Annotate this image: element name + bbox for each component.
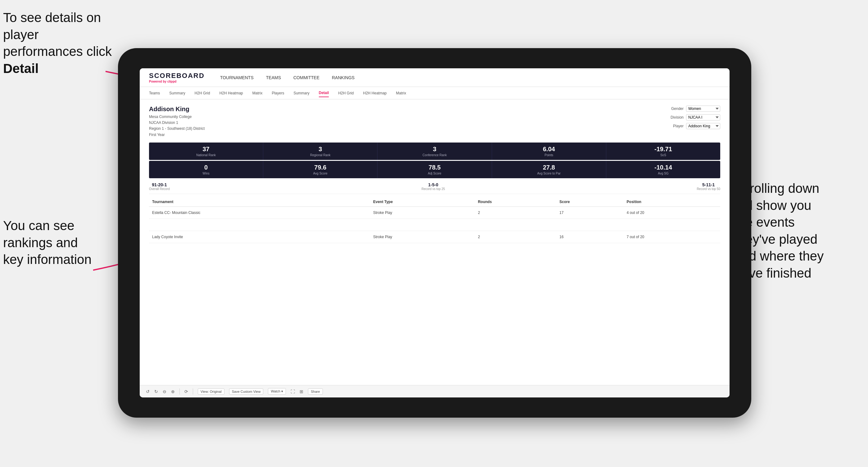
player-controls: Gender Women Division NJCAA I Player bbox=[671, 105, 720, 138]
table-row: Estella CC- Mountain Classic Stroke Play… bbox=[149, 207, 720, 219]
bottom-toolbar: ↺ ↻ ⊖ ⊕ ⟳ View: Original Save Custom Vie… bbox=[140, 385, 730, 398]
toolbar-sep2 bbox=[193, 388, 193, 395]
annotation-right: Scrolling down will show you the events … bbox=[735, 180, 865, 282]
col-event-type: Event Type bbox=[370, 197, 475, 207]
grid-icon[interactable]: ⊞ bbox=[300, 389, 303, 394]
record-overall-label: Overall Record bbox=[149, 187, 170, 191]
stats-grid-row2: 0 Wins 79.6 Avg Score 78.5 Adj Score 27.… bbox=[149, 161, 720, 178]
zoom-out-icon[interactable]: ⊖ bbox=[163, 389, 166, 394]
gender-select[interactable]: Women bbox=[686, 105, 720, 112]
table-header: Tournament Event Type Rounds Score Posit… bbox=[149, 197, 720, 207]
subnav-h2h-heatmap[interactable]: H2H Heatmap bbox=[219, 89, 243, 97]
stat-regional-rank-value: 3 bbox=[265, 146, 375, 153]
stat-wins-label: Wins bbox=[151, 172, 261, 175]
player-region: Region 1 - Southwest (18) District bbox=[149, 126, 205, 131]
player-header: Addison King Mesa Community College NJCA… bbox=[149, 105, 720, 138]
subnav-detail[interactable]: Detail bbox=[319, 89, 329, 97]
undo-icon[interactable]: ↺ bbox=[146, 389, 150, 394]
gender-control: Gender Women bbox=[671, 105, 720, 112]
division-select[interactable]: NJCAA I bbox=[686, 114, 720, 121]
stat-wins-value: 0 bbox=[151, 164, 261, 171]
refresh-icon[interactable]: ⟳ bbox=[184, 389, 188, 394]
subnav-players[interactable]: Players bbox=[272, 89, 284, 97]
stat-conference-rank-value: 3 bbox=[379, 146, 490, 153]
table-row: Lady Coyote Invite Stroke Play 2 16 7 ou… bbox=[149, 231, 720, 243]
subnav-matrix[interactable]: Matrix bbox=[252, 89, 262, 97]
stat-points: 6.04 Points bbox=[492, 143, 606, 160]
record-top25: 1-5-0 Record vs top 25 bbox=[422, 182, 445, 191]
player-control: Player Addison King bbox=[673, 123, 720, 129]
stat-avg-score: 79.6 Avg Score bbox=[263, 161, 377, 178]
stat-avg-score-value: 79.6 bbox=[265, 164, 375, 171]
record-overall: 91-20-1 Overall Record bbox=[149, 182, 170, 191]
player-select[interactable]: Addison King bbox=[686, 123, 720, 129]
stat-avg-score-label: Avg Score bbox=[265, 172, 375, 175]
nav-teams[interactable]: TEAMS bbox=[266, 73, 281, 82]
stat-avg-score-par: 27.8 Avg Score to Par bbox=[492, 161, 606, 178]
stat-avg-sg: -10.14 Avg SG bbox=[606, 161, 720, 178]
stat-national-rank-value: 37 bbox=[151, 146, 261, 153]
stat-regional-rank-label: Regional Rank bbox=[265, 153, 375, 157]
row2-tournament bbox=[149, 219, 370, 231]
stat-avg-score-par-label: Avg Score to Par bbox=[494, 172, 604, 175]
division-control: Division NJCAA I bbox=[671, 114, 720, 121]
stat-adj-score: 78.5 Adj Score bbox=[377, 161, 492, 178]
redo-icon[interactable]: ↻ bbox=[154, 389, 158, 394]
logo-area: SCOREBOARD Powered by clippd bbox=[149, 72, 205, 83]
save-custom-view-btn[interactable]: Save Custom View bbox=[229, 388, 264, 395]
row1-event-type: Stroke Play bbox=[370, 207, 475, 219]
row3-event-type: Stroke Play bbox=[370, 231, 475, 243]
stats-grid-row1: 37 National Rank 3 Regional Rank 3 Confe… bbox=[149, 143, 720, 160]
logo-powered: Powered by clippd bbox=[149, 80, 205, 83]
subnav-summary2[interactable]: Summary bbox=[293, 89, 309, 97]
subnav-teams[interactable]: Teams bbox=[149, 89, 160, 97]
row2-score bbox=[556, 219, 624, 231]
stat-adj-score-value: 78.5 bbox=[379, 164, 490, 171]
logo-scoreboard: SCOREBOARD bbox=[149, 72, 205, 80]
nav-items: TOURNAMENTS TEAMS COMMITTEE RANKINGS bbox=[220, 73, 354, 82]
col-score: Score bbox=[556, 197, 624, 207]
stat-sos: -19.71 SoS bbox=[606, 143, 720, 160]
row2-rounds bbox=[475, 219, 556, 231]
nav-rankings[interactable]: RANKINGS bbox=[332, 73, 354, 82]
subnav-h2h-grid[interactable]: H2H Grid bbox=[195, 89, 210, 97]
stat-avg-sg-value: -10.14 bbox=[608, 164, 718, 171]
player-school: Mesa Community College bbox=[149, 115, 191, 119]
stat-avg-sg-label: Avg SG bbox=[608, 172, 718, 175]
row3-score: 16 bbox=[556, 231, 624, 243]
subnav-h2h-heatmap2[interactable]: H2H Heatmap bbox=[363, 89, 386, 97]
stat-avg-score-par-value: 27.8 bbox=[494, 164, 604, 171]
record-top25-value: 1-5-0 bbox=[422, 182, 445, 187]
share-btn[interactable]: Share bbox=[308, 388, 322, 395]
nav-tournaments[interactable]: TOURNAMENTS bbox=[220, 73, 254, 82]
subnav-summary[interactable]: Summary bbox=[169, 89, 185, 97]
stat-sos-value: -19.71 bbox=[608, 146, 718, 153]
annotation-bottom-left: You can see rankings and key information bbox=[3, 217, 121, 268]
subnav-h2h-grid2[interactable]: H2H Grid bbox=[338, 89, 353, 97]
row3-position: 7 out of 20 bbox=[624, 231, 720, 243]
subnav-matrix2[interactable]: Matrix bbox=[396, 89, 406, 97]
zoom-in-icon[interactable]: ⊕ bbox=[171, 389, 175, 394]
stat-national-rank-label: National Rank bbox=[151, 153, 261, 157]
stat-regional-rank: 3 Regional Rank bbox=[263, 143, 377, 160]
col-rounds: Rounds bbox=[475, 197, 556, 207]
main-content: Addison King Mesa Community College NJCA… bbox=[140, 99, 730, 385]
record-top50: 5-11-1 Record vs top 50 bbox=[696, 182, 720, 191]
tablet-screen: SCOREBOARD Powered by clippd TOURNAMENTS… bbox=[140, 68, 730, 398]
screen-icon[interactable]: ⛶ bbox=[290, 389, 295, 394]
stat-wins: 0 Wins bbox=[149, 161, 263, 178]
stat-points-value: 6.04 bbox=[494, 146, 604, 153]
nav-committee[interactable]: COMMITTEE bbox=[293, 73, 319, 82]
player-name: Addison King bbox=[149, 105, 205, 113]
row2-event-type bbox=[370, 219, 475, 231]
record-overall-value: 91-20-1 bbox=[149, 182, 170, 187]
records-row: 91-20-1 Overall Record 1-5-0 Record vs t… bbox=[149, 179, 720, 194]
record-top25-label: Record vs top 25 bbox=[422, 187, 445, 191]
stat-conference-rank-label: Conference Rank bbox=[379, 153, 490, 157]
watch-btn[interactable]: Watch ▾ bbox=[268, 388, 286, 395]
view-original-btn[interactable]: View: Original bbox=[198, 388, 224, 395]
row1-position: 4 out of 20 bbox=[624, 207, 720, 219]
tournament-table: Tournament Event Type Rounds Score Posit… bbox=[149, 197, 720, 243]
row3-tournament: Lady Coyote Invite bbox=[149, 231, 370, 243]
gender-label: Gender bbox=[671, 106, 684, 111]
